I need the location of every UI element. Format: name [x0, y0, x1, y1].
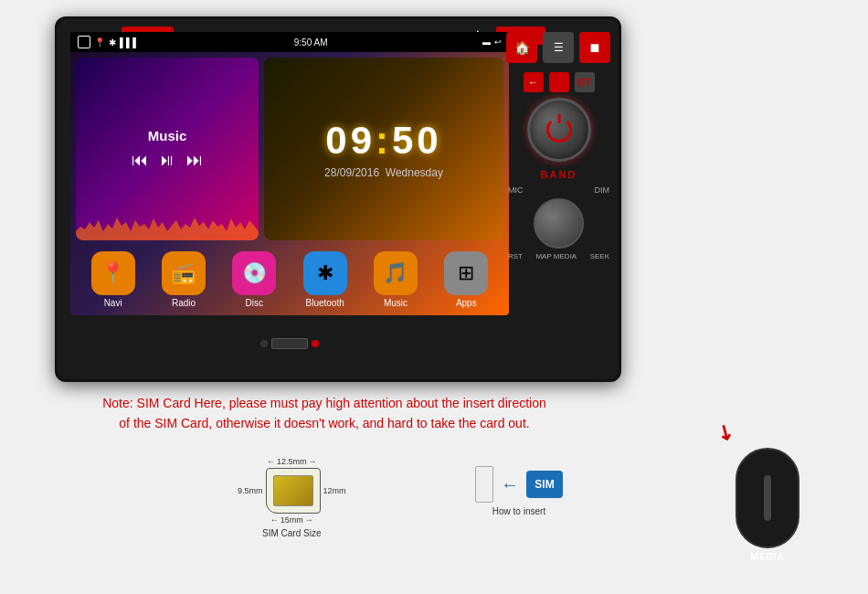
media-knob-area: MEDIA	[736, 448, 799, 562]
signal-icon: ▌▌▌	[120, 37, 139, 48]
insert-label: How to insert	[492, 506, 545, 516]
usb-slot	[271, 338, 308, 349]
insert-diagram: ← SIM How to insert	[475, 466, 563, 516]
dim-label: DIM	[595, 186, 610, 195]
seek-labels: RST MAP MEDIA SEEK	[506, 252, 611, 260]
rst-label: RST	[508, 252, 523, 260]
app-icon-navi[interactable]: 📍 Navi	[91, 251, 135, 308]
sim-chip-insert: SIM	[526, 471, 563, 498]
app-icon-img-music: 🎵	[374, 251, 418, 295]
sim-card-row: 9.5mm 12mm	[238, 468, 346, 514]
insert-row: ← SIM	[475, 466, 563, 503]
location-icon: 📍	[94, 37, 105, 48]
app-icon-radio[interactable]: 📻 Radio	[162, 251, 206, 308]
sim-card-label: SIM Card Size	[262, 528, 321, 538]
media-label: MEDIA	[750, 552, 784, 562]
forward-button[interactable]: ⏭	[186, 151, 203, 170]
back-icon[interactable]: ↩	[494, 37, 502, 47]
app-icon-label-disc: Disc	[246, 298, 263, 308]
clock-date: 28/09/2016 Wednesday	[324, 166, 443, 179]
app-icon-label-music: Music	[384, 298, 408, 308]
spacer1	[549, 72, 569, 92]
app-icon-img-disc: 💿	[232, 251, 276, 295]
dim-right: 12mm	[323, 468, 346, 514]
bt-label-btn[interactable]: BT	[575, 72, 595, 92]
screen-content: Music ⏮ ⏯ ⏭ 09:50 28/09/2016 Wednesday	[70, 52, 509, 315]
map-media-label: MAP MEDIA	[535, 252, 577, 260]
sim-slot	[475, 466, 493, 503]
app-icon-img-apps: ⊞	[444, 251, 488, 295]
app-icon-label-navi: Navi	[104, 298, 122, 308]
band-section: BAND	[506, 169, 611, 180]
power-icon	[546, 117, 572, 143]
main-knob-container: ← BT	[506, 72, 611, 162]
dim-bottom: ←15mm→	[270, 515, 313, 525]
bottom-knob-area: MIC DIM RST MAP MEDIA SEEK	[506, 186, 611, 260]
head-unit: NAVI DVD ▲ 📍 ✱ ▌▌▌ 9:50 AM ▬ ↩	[55, 16, 621, 382]
dim-top: ←12.5mm→	[267, 457, 317, 466]
clock-time: 09:50	[325, 119, 441, 163]
app-icon-img-bluetooth: ✱	[303, 251, 347, 295]
dim-left: 9.5mm	[238, 468, 263, 514]
media-oval[interactable]	[736, 448, 799, 548]
status-bar-right: ▬ ↩	[482, 37, 502, 47]
sim-card-full-diagram: ←12.5mm→ 9.5mm 12mm ←15mm→ SIM Card Size	[238, 457, 346, 538]
app-icon-music[interactable]: 🎵 Music	[374, 251, 418, 308]
sim-card-box	[266, 468, 321, 514]
panel-top-row-1: 🏠 ☰ ■	[506, 32, 611, 63]
back-panel-button[interactable]: ←	[524, 72, 544, 92]
clock-widget: 09:50 28/09/2016 Wednesday	[264, 58, 503, 240]
app-icon-img-navi: 📍	[91, 251, 135, 295]
sim-diagram: ←12.5mm→ 9.5mm 12mm ←15mm→ SIM Card Size	[238, 457, 346, 538]
app-icon-disc[interactable]: 💿 Disc	[232, 251, 276, 308]
bottom-strip	[70, 321, 509, 366]
sim-chip	[273, 475, 313, 506]
clock-hours: 09	[325, 119, 376, 162]
band-label: BAND	[506, 169, 611, 180]
mic-label: MIC	[508, 186, 524, 195]
strip-dot-1	[260, 340, 268, 347]
clock-separator: :	[376, 119, 392, 162]
strip-dot-2	[312, 340, 319, 347]
home-panel-button[interactable]: 🏠	[506, 32, 537, 63]
seek-label: SEEK	[590, 252, 609, 260]
app-icon-label-radio: Radio	[172, 298, 196, 308]
rewind-button[interactable]: ⏮	[132, 151, 148, 170]
app-grid: 📍 Navi 📻 Radio 💿 Disc ✱ Bluetooth 🎵 Musi…	[70, 246, 509, 315]
menu-panel-button[interactable]: ☰	[543, 32, 574, 63]
status-bar-left: 📍 ✱ ▌▌▌	[78, 36, 139, 48]
small-labels: MIC DIM	[506, 186, 611, 195]
battery-icon: ▬	[482, 37, 491, 47]
home-button[interactable]	[78, 36, 90, 48]
status-bar: 📍 ✱ ▌▌▌ 9:50 AM ▬ ↩	[70, 32, 509, 52]
screen: 📍 ✱ ▌▌▌ 9:50 AM ▬ ↩ Music ⏮ ⏯ ⏭	[70, 32, 509, 315]
main-knob[interactable]	[527, 98, 591, 162]
note-section: Note: SIM Card Here, please must pay hig…	[55, 393, 594, 434]
note-text: Note: SIM Card Here, please must pay hig…	[55, 393, 594, 434]
widgets-row: Music ⏮ ⏯ ⏭ 09:50 28/09/2016 Wednesday	[70, 52, 509, 246]
app-icon-img-radio: 📻	[162, 251, 206, 295]
bluetooth-icon: ✱	[109, 37, 116, 48]
app-icon-apps[interactable]: ⊞ Apps	[444, 251, 488, 308]
play-pause-button[interactable]: ⏯	[159, 151, 175, 170]
music-widget[interactable]: Music ⏮ ⏯ ⏭	[76, 58, 259, 240]
seek-knob[interactable]	[534, 198, 584, 249]
clock-minutes: 50	[392, 119, 442, 162]
app-icon-label-bluetooth: Bluetooth	[306, 298, 344, 308]
app-icon-label-apps: Apps	[456, 298, 477, 308]
power-indicator: ■	[579, 32, 610, 63]
music-title: Music	[148, 128, 187, 143]
app-icon-bluetooth[interactable]: ✱ Bluetooth	[303, 251, 347, 308]
media-arrow: ↘	[712, 418, 738, 447]
status-time: 9:50 AM	[294, 37, 328, 48]
media-slot	[764, 475, 771, 521]
insert-arrow: ←	[501, 474, 519, 495]
right-panel: 🏠 ☰ ■ ← BT BAND MIC	[506, 32, 611, 315]
music-controls: ⏮ ⏯ ⏭	[132, 151, 203, 170]
